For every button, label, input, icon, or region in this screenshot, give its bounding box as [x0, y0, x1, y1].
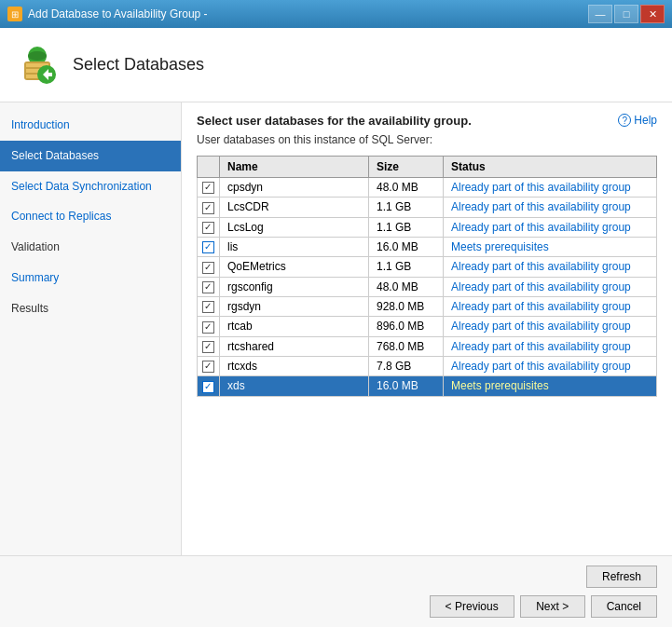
status-link[interactable]: Already part of this availability group [451, 340, 631, 353]
row-status[interactable]: Already part of this availability group [444, 277, 657, 296]
table-row[interactable]: xds16.0 MBMeets prerequisites [198, 376, 657, 396]
table-header-row: Name Size Status [198, 157, 657, 178]
row-size: 16.0 MB [369, 376, 444, 396]
maximize-button[interactable]: □ [614, 5, 638, 23]
sidebar-item-validation: Validation [0, 232, 181, 263]
row-size: 48.0 MB [369, 178, 444, 198]
content-header: Select user databases for the availabili… [197, 114, 657, 128]
sidebar: IntroductionSelect DatabasesSelect Data … [0, 102, 182, 555]
status-link[interactable]: Already part of this availability group [451, 360, 631, 373]
row-name: LcsLog [220, 217, 369, 237]
status-link[interactable]: Meets prerequisites [451, 240, 549, 253]
content-area: Select user databases for the availabili… [182, 102, 672, 555]
checkbox-icon [202, 281, 214, 293]
status-link[interactable]: Already part of this availability group [451, 221, 631, 234]
checkbox-icon [202, 222, 214, 234]
sidebar-item-connect-replicas[interactable]: Connect to Replicas [0, 201, 181, 232]
status-link[interactable]: Already part of this availability group [451, 300, 631, 313]
row-status[interactable]: Already part of this availability group [444, 198, 657, 217]
main-window: Select Databases IntroductionSelect Data… [0, 28, 672, 627]
row-status[interactable]: Already part of this availability group [444, 356, 657, 375]
table-row[interactable]: rtcab896.0 MBAlready part of this availa… [198, 317, 657, 336]
refresh-button[interactable]: Refresh [586, 566, 657, 588]
table-row[interactable]: LcsLog1.1 GBAlready part of this availab… [198, 217, 657, 237]
help-icon: ? [618, 114, 631, 127]
row-status[interactable]: Meets prerequisites [444, 237, 657, 256]
title-bar: ⊞ Add Database to Availability Group - —… [0, 0, 672, 28]
header-icon [15, 43, 60, 88]
row-size: 16.0 MB [369, 237, 444, 256]
row-checkbox[interactable] [198, 277, 220, 296]
row-name: rgsconfig [220, 277, 369, 296]
row-name: xds [220, 376, 369, 396]
row-status[interactable]: Already part of this availability group [444, 336, 657, 356]
next-button[interactable]: Next > [520, 595, 585, 618]
sidebar-item-summary[interactable]: Summary [0, 263, 181, 293]
window-title: Add Database to Availability Group - [28, 7, 208, 20]
row-checkbox[interactable] [198, 257, 220, 277]
checkbox-icon [202, 182, 214, 194]
checkbox-icon [202, 301, 214, 313]
row-checkbox[interactable] [198, 296, 220, 316]
row-checkbox[interactable] [198, 376, 220, 396]
row-status[interactable]: Already part of this availability group [444, 178, 657, 198]
table-row[interactable]: lis16.0 MBMeets prerequisites [198, 237, 657, 256]
svg-point-1 [28, 51, 47, 61]
row-name: rtcab [220, 317, 369, 336]
close-button[interactable]: ✕ [640, 5, 665, 23]
row-status[interactable]: Meets prerequisites [444, 376, 657, 396]
previous-button[interactable]: < Previous [430, 595, 514, 618]
row-name: rtcxds [220, 356, 369, 375]
table-row[interactable]: rtcxds7.8 GBAlready part of this availab… [198, 356, 657, 375]
row-name: LcsCDR [220, 198, 369, 217]
row-size: 768.0 MB [369, 336, 444, 356]
row-status[interactable]: Already part of this availability group [444, 317, 657, 336]
table-row[interactable]: cpsdyn48.0 MBAlready part of this availa… [198, 178, 657, 198]
sidebar-item-select-databases[interactable]: Select Databases [0, 141, 181, 171]
col-name: Name [220, 157, 369, 178]
row-checkbox[interactable] [198, 317, 220, 336]
row-checkbox[interactable] [198, 178, 220, 198]
sidebar-item-select-data-sync[interactable]: Select Data Synchronization [0, 171, 181, 202]
minimize-button[interactable]: — [588, 5, 612, 23]
status-link[interactable]: Already part of this availability group [451, 181, 631, 194]
help-link[interactable]: ? Help [618, 114, 657, 127]
row-size: 1.1 GB [369, 257, 444, 277]
table-row[interactable]: rgsconfig48.0 MBAlready part of this ava… [198, 277, 657, 296]
table-row[interactable]: rtcshared768.0 MBAlready part of this av… [198, 336, 657, 356]
status-link[interactable]: Already part of this availability group [451, 200, 631, 213]
row-size: 1.1 GB [369, 217, 444, 237]
col-status: Status [444, 157, 657, 178]
table-row[interactable]: rgsdyn928.0 MBAlready part of this avail… [198, 296, 657, 316]
status-link[interactable]: Already part of this availability group [451, 260, 631, 273]
row-checkbox[interactable] [198, 356, 220, 375]
sidebar-item-introduction[interactable]: Introduction [0, 110, 181, 141]
checkbox-icon [202, 262, 214, 274]
status-link[interactable]: Already part of this availability group [451, 320, 631, 333]
row-size: 1.1 GB [369, 198, 444, 217]
help-label: Help [634, 114, 657, 127]
sidebar-item-results: Results [0, 293, 181, 324]
window-controls: — □ ✕ [588, 5, 665, 23]
checkbox-icon [202, 361, 214, 373]
col-size: Size [369, 157, 444, 178]
row-size: 928.0 MB [369, 296, 444, 316]
cancel-button[interactable]: Cancel [591, 595, 657, 618]
database-table: Name Size Status cpsdyn48.0 MBAlready pa… [197, 156, 657, 397]
row-checkbox[interactable] [198, 336, 220, 356]
row-checkbox[interactable] [198, 198, 220, 217]
row-status[interactable]: Already part of this availability group [444, 296, 657, 316]
svg-rect-5 [26, 75, 39, 78]
row-checkbox[interactable] [198, 217, 220, 237]
status-link[interactable]: Already part of this availability group [451, 280, 631, 293]
content-subtitle: User databases on this instance of SQL S… [197, 133, 657, 146]
row-size: 7.8 GB [369, 356, 444, 375]
row-checkbox[interactable] [198, 237, 220, 256]
col-checkbox [198, 157, 220, 178]
row-status[interactable]: Already part of this availability group [444, 217, 657, 237]
checkbox-icon [202, 381, 214, 393]
row-status[interactable]: Already part of this availability group [444, 257, 657, 277]
checkbox-icon [202, 321, 214, 334]
table-row[interactable]: LcsCDR1.1 GBAlready part of this availab… [198, 198, 657, 217]
table-row[interactable]: QoEMetrics1.1 GBAlready part of this ava… [198, 257, 657, 277]
